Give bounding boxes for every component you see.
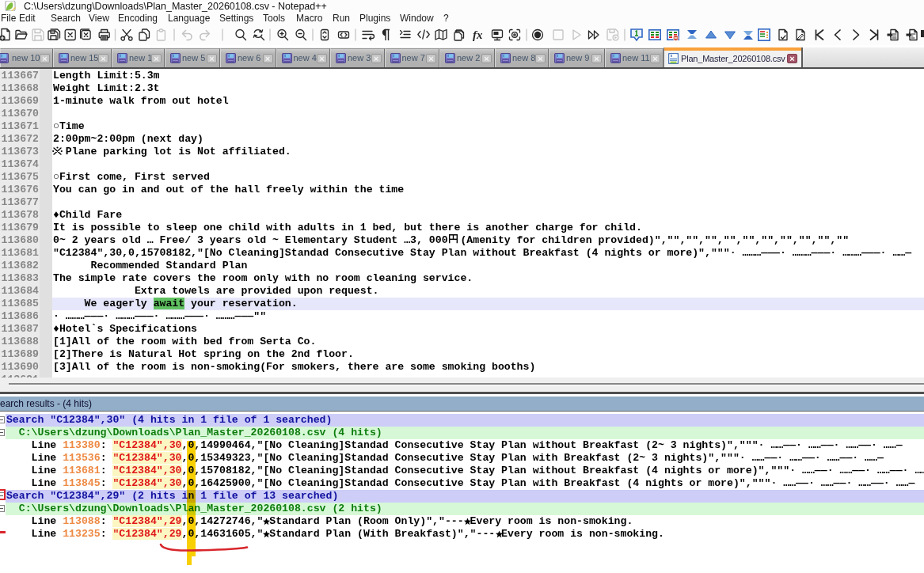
svg-text:fx: fx [473,28,483,41]
